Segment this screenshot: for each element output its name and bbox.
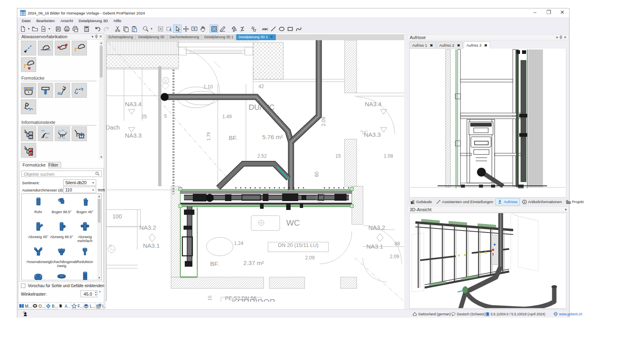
save-button[interactable] — [54, 25, 62, 33]
fitting-item[interactable]: Bogen 88.5° — [50, 196, 73, 214]
new-document-button[interactable] — [19, 25, 27, 33]
list-scrollbar[interactable]: ▲▼ — [97, 194, 101, 280]
tool-sink[interactable] — [21, 83, 36, 98]
palette-tab-B[interactable]: B... — [45, 303, 58, 309]
panel-dropdown-icon[interactable]: ▾ — [91, 35, 93, 39]
tool-infoarrows[interactable] — [72, 126, 87, 141]
rectangle-button[interactable] — [286, 25, 294, 33]
tool-tpipe[interactable] — [38, 83, 53, 98]
menu-bearbeiten[interactable]: Bearbeiten — [33, 18, 58, 23]
undo-button[interactable] — [93, 25, 102, 33]
import-button[interactable] — [39, 25, 47, 33]
panel-pin-icon[interactable] — [95, 35, 98, 39]
fitting-item[interactable] — [50, 271, 73, 280]
floorplan-canvas[interactable]: NA3.4NA3.3DachNA3.4NA3.3DU/WCBF.5.76 m²1… — [106, 40, 404, 302]
ellipse-button[interactable] — [277, 25, 286, 33]
view3d-dropdown-icon[interactable]: ▾ — [565, 208, 567, 212]
fitting-item[interactable]: Bogen 45° — [73, 196, 97, 214]
redo-button[interactable] — [102, 25, 110, 33]
cut-button[interactable] — [113, 25, 122, 33]
cancel-draw-button[interactable] — [238, 25, 246, 33]
fitting-item[interactable]: Reduktion — [73, 246, 97, 264]
aufrisse-pin-icon[interactable] — [559, 35, 562, 40]
fitting-item[interactable]: Abzweig 45° — [27, 221, 50, 239]
tool-infotag[interactable] — [38, 126, 53, 141]
fitting-item[interactable]: Hosenabzweig — [27, 246, 50, 264]
palette-tab-I[interactable]: I... — [96, 303, 107, 309]
fitting-item[interactable]: Rohr — [27, 196, 50, 214]
restore-button[interactable]: ❐ — [542, 8, 555, 17]
line-button[interactable] — [269, 25, 277, 33]
hand-button[interactable] — [198, 25, 207, 33]
tools-scrollbar[interactable]: ▲▼ — [99, 41, 103, 159]
menu-ansicht[interactable]: Ansicht — [58, 18, 76, 23]
panel-tab-artikelinformationen[interactable]: Artikelinformationen — [520, 199, 564, 205]
view-tab-dachentw-sserung[interactable]: Dachentwässerung — [167, 34, 202, 40]
fitting-item[interactable]: Abzweig 88.5° — [50, 221, 73, 239]
aufriss-tab-aufriss-3[interactable]: Aufriss 3✖ — [464, 41, 490, 49]
copy-button[interactable] — [122, 25, 130, 33]
select-button[interactable] — [173, 25, 182, 33]
winkelraster-spinner[interactable]: ▲▼ — [95, 291, 97, 296]
tool-elbows[interactable] — [72, 83, 87, 98]
fitting-item[interactable] — [27, 271, 50, 280]
panel-tab-projekt[interactable]: Projekt — [564, 199, 586, 205]
tool-cloudx[interactable]: ✖✖ — [55, 41, 70, 56]
open-button[interactable] — [31, 25, 39, 33]
view-tab-detailplanung-3d[interactable]: Detailplanung 3D — [136, 34, 167, 40]
panel-close-icon[interactable]: ✕ — [99, 35, 102, 39]
fitting-item[interactable]: Abzweig mehrfach — [73, 221, 97, 243]
zoom-extents-button[interactable] — [156, 25, 165, 33]
minimize-button[interactable]: – — [528, 8, 542, 17]
fitting-item[interactable]: Schachtbogenab zweig — [50, 246, 73, 268]
panel-tab-geb-ude[interactable]: Gebäude — [409, 199, 433, 205]
shapes-button[interactable] — [249, 25, 258, 33]
view-tab-detailplanung-3d-1[interactable]: Detailplanung 3D 1 — [202, 34, 236, 40]
view-tab-schemaplanung[interactable]: Schemaplanung — [106, 34, 136, 40]
draw-edit-button[interactable] — [218, 25, 227, 33]
aufrisse-close-icon[interactable]: ✕ — [564, 35, 567, 39]
vorschau-checkbox[interactable] — [21, 284, 25, 288]
menu-hilfe[interactable]: Hilfe — [111, 18, 124, 23]
import-dropdown-icon[interactable]: ▼ — [47, 25, 51, 33]
tab-formstuecke[interactable]: Formstücke — [19, 162, 49, 169]
palette-tab-A[interactable]: A... — [58, 303, 71, 309]
fitting-item[interactable] — [73, 271, 97, 280]
aufriss-tab-aufriss-2[interactable]: Aufriss 2✖ — [437, 41, 463, 49]
pan-view-button[interactable] — [190, 25, 198, 33]
view-tab-detailplanung-3d-2[interactable]: Detailplanung 3D 2✕ — [236, 34, 276, 40]
print-button[interactable] — [62, 25, 71, 33]
search-input[interactable]: Objekte suchen — [21, 171, 102, 177]
tool-cloudpipex[interactable]: ✖ — [21, 57, 36, 72]
close-button[interactable]: ✕ — [555, 8, 569, 17]
paste-button[interactable] — [130, 25, 138, 33]
tool-selbow[interactable] — [21, 99, 36, 114]
aufriss-tab-aufriss-1[interactable]: Aufriss 1✖ — [409, 41, 436, 49]
print-preview-button[interactable] — [71, 25, 79, 33]
calculator-button[interactable] — [82, 25, 91, 33]
palette-tab-L[interactable]: L... — [83, 303, 96, 309]
zoom-dropdown-icon[interactable]: ▼ — [150, 25, 153, 33]
status-link[interactable]: www.geberit.ch — [553, 312, 582, 316]
sortiment-select[interactable]: Silent-db20▼ — [63, 179, 96, 186]
menu-detailplanung-3d[interactable]: Detailplanung 3D — [76, 18, 111, 23]
tool-cloudpipe[interactable] — [72, 41, 87, 56]
panel-tab-assistenten-und-einstellungen[interactable]: Assistenten und Einstellungen — [434, 199, 495, 205]
panel-tab-aufrisse[interactable]: Aufrisse — [495, 198, 519, 206]
tool-dashline[interactable] — [21, 41, 36, 56]
palette-tab-F[interactable]: F... — [71, 303, 83, 309]
arc-button[interactable] — [294, 25, 303, 33]
tool-infomanifold[interactable] — [55, 126, 70, 141]
tool-info12[interactable]: 12 — [21, 126, 36, 141]
aufriss-view[interactable] — [409, 49, 566, 197]
frame-settings-button[interactable] — [210, 25, 218, 33]
move-button[interactable] — [182, 25, 190, 33]
zoom-window-button[interactable] — [165, 25, 173, 33]
menu-datei[interactable]: Datei — [19, 18, 33, 23]
tool-strap[interactable] — [55, 83, 70, 98]
tool-cloud[interactable] — [38, 41, 53, 56]
aufrisse-dropdown-icon[interactable]: ▾ — [556, 35, 558, 39]
new-document-dropdown-icon[interactable]: ▼ — [27, 25, 31, 33]
palette-tab-O[interactable]: O... — [32, 303, 45, 309]
tool-infox[interactable]: ✖✖ — [21, 143, 36, 158]
